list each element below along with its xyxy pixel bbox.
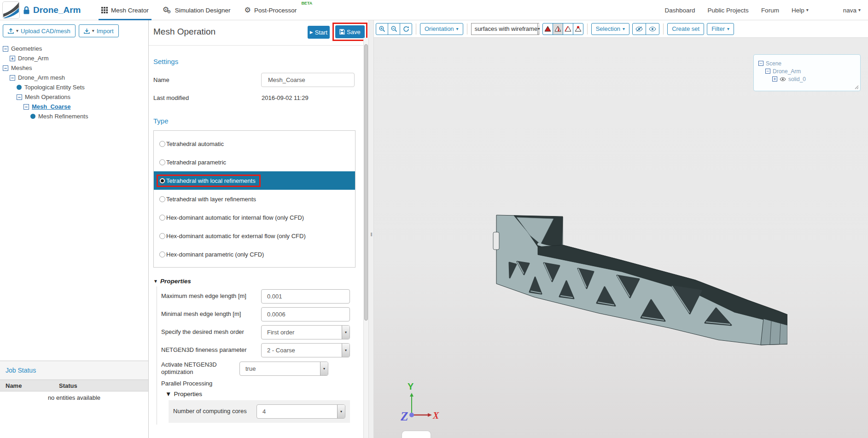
import-icon — [84, 28, 90, 34]
nav-link-public-projects[interactable]: Public Projects — [708, 7, 749, 14]
nav-link-dashboard[interactable]: Dashboard — [665, 7, 695, 14]
optimization-select[interactable]: true ▾ — [239, 362, 328, 376]
panel-splitter[interactable]: ‖ — [368, 20, 374, 438]
radio-icon[interactable] — [159, 251, 165, 257]
type-option-tetrahedral-automatic[interactable]: Tetrahedral automatic — [154, 134, 355, 153]
resize-handle-icon[interactable] — [855, 85, 859, 89]
tree-item-drone-arm-mesh[interactable]: − Drone_Arm mesh — [0, 73, 148, 82]
render-surfaces-button[interactable] — [542, 23, 553, 35]
tab-simulation-designer[interactable]: ⚙ ⚙ Simulation Designer — [163, 0, 231, 20]
collapse-icon[interactable]: − — [23, 104, 29, 110]
type-option-tetrahedral-parametric[interactable]: Tetrahedral parametric — [154, 153, 355, 171]
radio-icon[interactable] — [159, 215, 165, 221]
collapse-icon[interactable]: − — [765, 69, 770, 74]
collapse-icon[interactable]: − — [17, 94, 22, 100]
render-points-button[interactable] — [573, 23, 583, 35]
selection-dropdown-button[interactable]: Selection ▾ — [591, 23, 630, 35]
tree-item-topological-entity-sets[interactable]: Topological Entity Sets — [0, 82, 148, 92]
orientation-dropdown-button[interactable]: Orientation ▾ — [420, 23, 463, 35]
properties-heading[interactable]: ▼ Properties — [153, 278, 355, 285]
tab-mesh-creator[interactable]: Mesh Creator — [101, 0, 149, 20]
radio-checked-icon[interactable] — [159, 178, 165, 184]
radio-icon[interactable] — [159, 159, 165, 165]
fineness-row: NETGEN3D fineness parameter 2 - Coarse ▾ — [161, 343, 350, 357]
parallel-properties-block: Number of computing cores 4 ▾ — [169, 400, 350, 423]
chevron-down-icon: ▾ — [806, 8, 809, 12]
type-option-hex-external-flow[interactable]: Hex-dominant automatic for external flow… — [154, 227, 355, 245]
save-annotation-box: Save — [332, 23, 367, 41]
tree-item-mesh-operations[interactable]: − Mesh Operations — [0, 92, 148, 102]
hide-selection-button[interactable] — [632, 23, 646, 35]
scene-node-root[interactable]: − Scene — [758, 59, 856, 67]
refresh-icon — [403, 26, 409, 32]
tree-item-mesh-coarse[interactable]: − Mesh_Coarse — [0, 102, 148, 111]
upload-cad-mesh-button[interactable]: ▾ Upload CAD/mesh — [3, 24, 76, 37]
display-mode-select[interactable]: surfaces with wireframe ▾ — [471, 23, 539, 35]
show-selection-button[interactable] — [646, 23, 659, 35]
collapse-icon[interactable]: − — [3, 46, 8, 52]
type-option-tetrahedral-local-refinements[interactable]: Tetrahedral with local refinements — [154, 171, 355, 190]
left-sidebar: ▾ Upload CAD/mesh ▾ Import − Geometries … — [0, 20, 149, 438]
vertex-triangle-icon — [575, 26, 582, 32]
type-option-tetrahedral-layer-refinements[interactable]: Tetrahedral with layer refinements — [154, 190, 355, 208]
scene-node-drone-arm[interactable]: − Drone_Arm — [758, 67, 856, 75]
render-mode-button-group — [542, 23, 583, 35]
start-button[interactable]: ▶ Start — [308, 26, 330, 39]
tree-item-geometries[interactable]: − Geometries — [0, 44, 148, 53]
radio-icon[interactable] — [159, 141, 165, 147]
computing-cores-select[interactable]: 4 ▾ — [256, 404, 345, 419]
viewport-bottom-widget[interactable] — [402, 431, 431, 438]
zoom-out-icon — [391, 26, 397, 32]
eye-icon[interactable] — [780, 77, 786, 82]
render-canvas[interactable]: − Scene − Drone_Arm + solid_0 — [374, 38, 868, 438]
splitter-grip-icon[interactable]: ‖ — [369, 232, 373, 237]
tree-item-mesh-refinements[interactable]: Mesh Refinements — [0, 111, 148, 121]
tree-item-meshes[interactable]: − Meshes — [0, 63, 148, 73]
zoom-in-button[interactable] — [376, 23, 388, 35]
tab-post-processor[interactable]: ⚙ Post-Processor BETA — [245, 0, 297, 20]
type-option-hex-parametric[interactable]: Hex-dominant parametric (only CFD) — [154, 245, 355, 263]
expand-icon[interactable]: + — [10, 56, 15, 61]
collapse-icon[interactable]: − — [10, 75, 15, 81]
type-option-hex-internal-flow[interactable]: Hex-dominant automatic for internal flow… — [154, 208, 355, 227]
collapse-icon[interactable]: − — [758, 61, 763, 66]
max-edge-length-row: Maximum mesh edge length [m] — [161, 289, 350, 304]
mesh-order-label: Specify the desired mesh order — [161, 328, 261, 336]
node-dot-icon — [17, 85, 22, 90]
reset-view-button[interactable] — [400, 23, 412, 35]
render-wireframe-button[interactable] — [563, 23, 573, 35]
job-status-section: Job Status Name Status no entities avail… — [0, 361, 148, 438]
app-logo-icon[interactable] — [2, 1, 20, 19]
column-header-status: Status — [59, 382, 77, 389]
filter-dropdown-button[interactable]: Filter ▾ — [707, 23, 734, 35]
mesh-order-row: Specify the desired mesh order First ord… — [161, 325, 350, 339]
nested-properties-heading[interactable]: ▼ Properties — [165, 391, 350, 397]
nav-menu-help[interactable]: Help ▾ — [792, 7, 809, 14]
create-set-button[interactable]: Create set — [667, 23, 704, 35]
lock-icon — [23, 6, 30, 15]
fineness-select[interactable]: 2 - Coarse ▾ — [261, 343, 350, 357]
floppy-disk-icon — [339, 29, 345, 35]
panel-scrollbar[interactable] — [363, 38, 368, 438]
radio-icon[interactable] — [159, 196, 165, 202]
mesh-name-input[interactable] — [261, 73, 355, 87]
import-button[interactable]: ▾ Import — [79, 24, 119, 37]
save-button[interactable]: Save — [335, 25, 365, 38]
fineness-label: NETGEN3D fineness parameter — [161, 346, 261, 354]
chevron-down-icon: ▾ — [858, 8, 861, 12]
tree-item-drone-arm[interactable]: + Drone_Arm — [0, 53, 148, 63]
radio-icon[interactable] — [159, 233, 165, 239]
nav-menu-user[interactable]: nava ▾ — [843, 7, 861, 14]
render-surfaces-wireframe-button[interactable] — [553, 23, 563, 35]
mesh-order-select[interactable]: First order ▾ — [261, 325, 350, 339]
drone-arm-model[interactable] — [484, 203, 787, 345]
max-edge-length-input[interactable] — [261, 289, 350, 304]
type-heading: Type — [153, 117, 355, 125]
scrollbar-thumb[interactable] — [364, 44, 368, 321]
collapse-icon[interactable]: − — [3, 65, 8, 71]
nav-link-forum[interactable]: Forum — [761, 7, 779, 14]
min-edge-length-input[interactable] — [261, 307, 350, 321]
scene-node-solid-0[interactable]: + solid_0 — [758, 75, 856, 83]
expand-icon[interactable]: + — [772, 76, 777, 82]
zoom-out-button[interactable] — [388, 23, 400, 35]
